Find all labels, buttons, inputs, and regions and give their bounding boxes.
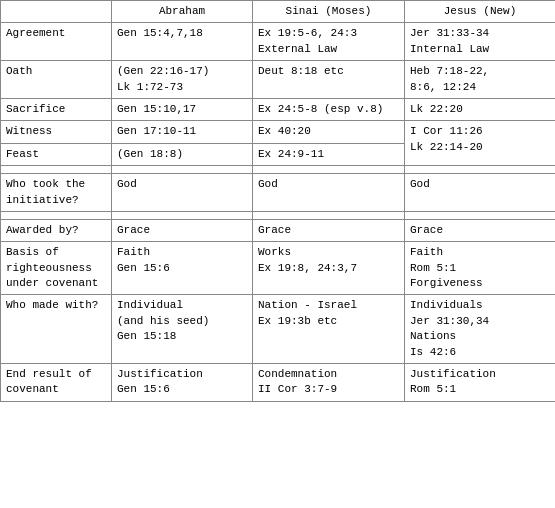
row-col2: CondemnationII Cor 3:7-9 bbox=[253, 364, 405, 402]
table-row: Agreement Gen 15:4,7,18 Ex 19:5-6, 24:3E… bbox=[1, 23, 556, 61]
row-col2: Grace bbox=[253, 219, 405, 241]
row-label: Who took the initiative? bbox=[1, 174, 112, 212]
header-jesus: Jesus (New) bbox=[405, 1, 556, 23]
row-col3: FaithRom 5:1Forgiveness bbox=[405, 242, 556, 295]
table-row: Who took the initiative? God God God bbox=[1, 174, 556, 212]
header-row: Abraham Sinai (Moses) Jesus (New) bbox=[1, 1, 556, 23]
row-label: Who made with? bbox=[1, 295, 112, 364]
row-col3: Lk 22:20 bbox=[405, 98, 556, 120]
row-col1: JustificationGen 15:6 bbox=[112, 364, 253, 402]
row-col3: I Cor 11:26Lk 22:14-20 bbox=[405, 121, 556, 166]
row-label: Witness bbox=[1, 121, 112, 143]
header-abraham: Abraham bbox=[112, 1, 253, 23]
table-row: Witness Gen 17:10-11 Ex 40:20 I Cor 11:2… bbox=[1, 121, 556, 143]
spacer-row bbox=[1, 211, 556, 219]
spacer-row bbox=[1, 166, 556, 174]
table-row: Basis of righteousness under covenant Fa… bbox=[1, 242, 556, 295]
row-col3: Jer 31:33-34Internal Law bbox=[405, 23, 556, 61]
row-col2: Nation - IsraelEx 19:3b etc bbox=[253, 295, 405, 364]
row-label: End result of covenant bbox=[1, 364, 112, 402]
row-col2: Ex 19:5-6, 24:3External Law bbox=[253, 23, 405, 61]
row-col1: Gen 15:10,17 bbox=[112, 98, 253, 120]
row-col1: (Gen 22:16-17)Lk 1:72-73 bbox=[112, 61, 253, 99]
row-col2: Ex 24:9-11 bbox=[253, 143, 405, 165]
row-col1: Gen 15:4,7,18 bbox=[112, 23, 253, 61]
row-col2: Deut 8:18 etc bbox=[253, 61, 405, 99]
row-col3: IndividualsJer 31:30,34NationsIs 42:6 bbox=[405, 295, 556, 364]
row-col3: God bbox=[405, 174, 556, 212]
row-col2: Ex 40:20 bbox=[253, 121, 405, 143]
row-label: Awarded by? bbox=[1, 219, 112, 241]
row-col2: WorksEx 19:8, 24:3,7 bbox=[253, 242, 405, 295]
row-label: Sacrifice bbox=[1, 98, 112, 120]
row-col3: Grace bbox=[405, 219, 556, 241]
header-sinai: Sinai (Moses) bbox=[253, 1, 405, 23]
row-col1: (Gen 18:8) bbox=[112, 143, 253, 165]
row-col1: Individual(and his seed)Gen 15:18 bbox=[112, 295, 253, 364]
row-col1: God bbox=[112, 174, 253, 212]
row-label: Oath bbox=[1, 61, 112, 99]
table-row: Who made with? Individual(and his seed)G… bbox=[1, 295, 556, 364]
row-col1: Grace bbox=[112, 219, 253, 241]
row-col2: Ex 24:5-8 (esp v.8) bbox=[253, 98, 405, 120]
row-label: Agreement bbox=[1, 23, 112, 61]
header-empty bbox=[1, 1, 112, 23]
table-row: Oath (Gen 22:16-17)Lk 1:72-73 Deut 8:18 … bbox=[1, 61, 556, 99]
row-col3: JustificationRom 5:1 bbox=[405, 364, 556, 402]
table-row: Sacrifice Gen 15:10,17 Ex 24:5-8 (esp v.… bbox=[1, 98, 556, 120]
row-col3: Heb 7:18-22,8:6, 12:24 bbox=[405, 61, 556, 99]
row-col2: God bbox=[253, 174, 405, 212]
table-row: End result of covenant JustificationGen … bbox=[1, 364, 556, 402]
row-label: Feast bbox=[1, 143, 112, 165]
row-col1: Gen 17:10-11 bbox=[112, 121, 253, 143]
row-col1: FaithGen 15:6 bbox=[112, 242, 253, 295]
table-row: Awarded by? Grace Grace Grace bbox=[1, 219, 556, 241]
row-label: Basis of righteousness under covenant bbox=[1, 242, 112, 295]
